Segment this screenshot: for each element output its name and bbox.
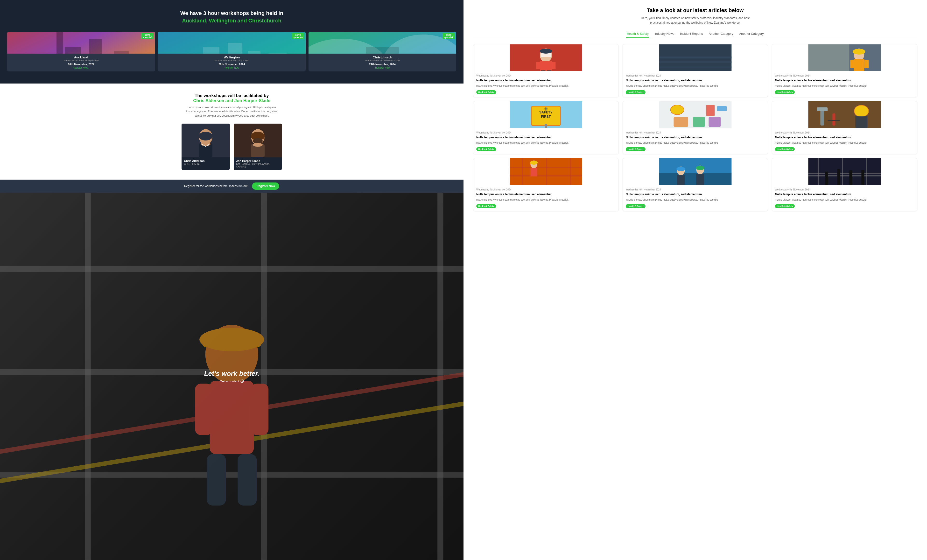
hero-section: We have 3 hour workshops being held in A… — [0, 0, 464, 83]
city-name: Christchurch — [311, 56, 454, 59]
svg-rect-3 — [89, 39, 102, 53]
article-date: Wednesday 4th, November 2024 — [476, 74, 615, 77]
article-body: Wednesday 4th, November 2024 Nulla tempu… — [772, 186, 917, 211]
article-body: Wednesday 4th, November 2024 Nulla tempu… — [473, 72, 619, 97]
article-tag[interactable]: Health & Safety — [626, 90, 646, 94]
spots-badge: 34/70Spots left — [292, 33, 304, 39]
tab-industry-news-1[interactable]: Industry News — [654, 30, 675, 38]
svg-point-107 — [696, 166, 704, 170]
svg-rect-113 — [866, 158, 868, 185]
article-excerpt: mauris ultrices. Vivamus maximus metus e… — [626, 141, 765, 144]
city-name: Auckland — [10, 56, 153, 59]
article-tag[interactable]: Health & Safety — [775, 90, 795, 94]
svg-rect-101 — [659, 173, 731, 185]
article-excerpt: mauris ultrices. Vivamus maximus metus e… — [626, 198, 765, 202]
svg-rect-39 — [210, 381, 254, 454]
article-tag[interactable]: Health & Safety — [775, 147, 795, 151]
article-card[interactable]: Wednesday 4th, November 2024 Nulla tempu… — [473, 158, 619, 211]
article-card[interactable]: Wednesday 4th, November 2024 Nulla tempu… — [772, 101, 917, 154]
svg-rect-34 — [261, 193, 267, 560]
svg-rect-50 — [536, 62, 541, 69]
article-card[interactable]: Wednesday 4th, November 2024 Nulla tempu… — [623, 158, 768, 211]
tab-another-category-4[interactable]: Another Category — [739, 30, 764, 38]
svg-point-28 — [253, 143, 263, 147]
article-tag[interactable]: Health & Safety — [476, 204, 496, 208]
hero-title-cities: Auckland, Wellington and Christchurch — [182, 18, 281, 24]
svg-rect-114 — [825, 171, 828, 185]
svg-point-85 — [854, 105, 869, 117]
facilitator-name: Jon Harper-Slade — [236, 159, 280, 163]
article-card[interactable]: Wednesday 4th, November 2024 Nulla tempu… — [623, 44, 768, 97]
facilitator-image — [182, 124, 230, 157]
get-in-contact[interactable]: Get in contact — [204, 379, 259, 383]
svg-rect-17 — [366, 47, 399, 53]
article-image-wrapper — [772, 102, 917, 129]
svg-rect-86 — [856, 116, 868, 128]
svg-rect-9 — [203, 47, 219, 53]
svg-rect-31 — [0, 472, 464, 478]
city-card-auckland: 56/70Spots left Auckland Address where t… — [7, 32, 155, 71]
svg-rect-106 — [696, 174, 704, 185]
svg-rect-66 — [851, 60, 855, 68]
svg-rect-41 — [251, 384, 269, 435]
article-card[interactable]: Wednesday 4th, November 2024 Nulla tempu… — [772, 158, 917, 211]
article-tag[interactable]: Health & Safety — [775, 204, 795, 208]
facilitators-names: Chris Alderson and Jon Harper-Slade — [193, 98, 270, 103]
svg-point-76 — [670, 105, 684, 115]
svg-rect-43 — [237, 454, 257, 506]
cta-bar: Register for the workshops before spaces… — [0, 180, 464, 193]
article-card[interactable]: Wednesday 4th, November 2024 Nulla tempu… — [623, 101, 768, 154]
city-address: Address where the workshop is held — [160, 59, 303, 62]
article-tag[interactable]: Health & Safety — [476, 147, 496, 151]
svg-rect-94 — [522, 158, 523, 185]
tab-another-category-3[interactable]: Another Category — [708, 30, 734, 38]
article-date: Wednesday 4th, November 2024 — [775, 188, 914, 191]
article-date: Wednesday 4th, November 2024 — [775, 74, 914, 77]
articles-subtitle: Here, you'll find timely updates on new … — [635, 16, 755, 25]
article-image-svg: SAFETYFIRST✚ — [473, 102, 619, 128]
article-image-svg — [772, 158, 917, 185]
spots-badge: 56/70Spots left — [141, 33, 153, 39]
city-card-body: Auckland Address where the workshop is h… — [7, 53, 155, 71]
article-tag[interactable]: Health & Safety — [476, 90, 496, 94]
article-tag[interactable]: Health & Safety — [626, 204, 646, 208]
article-card[interactable]: Wednesday 4th, November 2024 Nulla tempu… — [473, 44, 619, 97]
svg-point-68 — [853, 49, 865, 55]
register-link[interactable]: Register Now... — [10, 66, 153, 69]
svg-rect-111 — [818, 158, 819, 185]
svg-rect-79 — [706, 105, 714, 116]
facilitators-description: Lorem ipsum dolor sit amet, consectetur … — [186, 105, 278, 118]
article-title: Nulla tempus enim a lectus elementum, se… — [626, 79, 765, 82]
city-date: 24th November, 2024 — [311, 63, 454, 66]
svg-rect-98 — [530, 168, 537, 176]
article-excerpt: mauris ultrices. Vivamus maximus metus e… — [775, 84, 914, 88]
svg-rect-109 — [808, 173, 881, 174]
article-date: Wednesday 4th, November 2024 — [626, 74, 765, 77]
register-link[interactable]: Register Now — [311, 66, 454, 69]
article-card[interactable]: Wednesday 4th, November 2024 Nulla tempu… — [772, 44, 917, 97]
svg-rect-96 — [570, 158, 571, 185]
facilitators-section: The workshops will be facilitated by Chr… — [0, 83, 464, 180]
svg-rect-1 — [56, 32, 63, 53]
svg-rect-67 — [865, 60, 869, 68]
svg-rect-89 — [833, 114, 836, 126]
svg-rect-95 — [546, 158, 547, 185]
article-excerpt: mauris ultrices. Vivamus maximus metus e… — [626, 84, 765, 88]
tab-health-&-safety-0[interactable]: Health & Safety — [626, 30, 649, 38]
tab-incident-reports-2[interactable]: Incident Reports — [679, 30, 704, 38]
article-tag[interactable]: Health & Safety — [626, 147, 646, 151]
register-now-button[interactable]: Register Now — [252, 182, 279, 190]
register-link[interactable]: Register Now — [160, 66, 303, 69]
svg-rect-103 — [677, 175, 685, 185]
cta-text: Register for the workshops before spaces… — [184, 184, 248, 188]
construction-section: Let's work better. Get in contact — [0, 193, 464, 560]
facilitators-title: The workshops will be facilitated by Chr… — [7, 93, 456, 103]
svg-rect-108 — [808, 158, 881, 185]
article-body: Wednesday 4th, November 2024 Nulla tempu… — [623, 129, 768, 154]
svg-rect-49 — [540, 61, 552, 71]
facilitator-info: Chris Alderson CEO, CHASNZ — [182, 157, 230, 167]
svg-point-55 — [539, 49, 552, 53]
article-image-svg — [623, 158, 768, 185]
svg-rect-65 — [854, 59, 865, 71]
article-card[interactable]: SAFETYFIRST✚ Wednesday 4th, November 202… — [473, 101, 619, 154]
